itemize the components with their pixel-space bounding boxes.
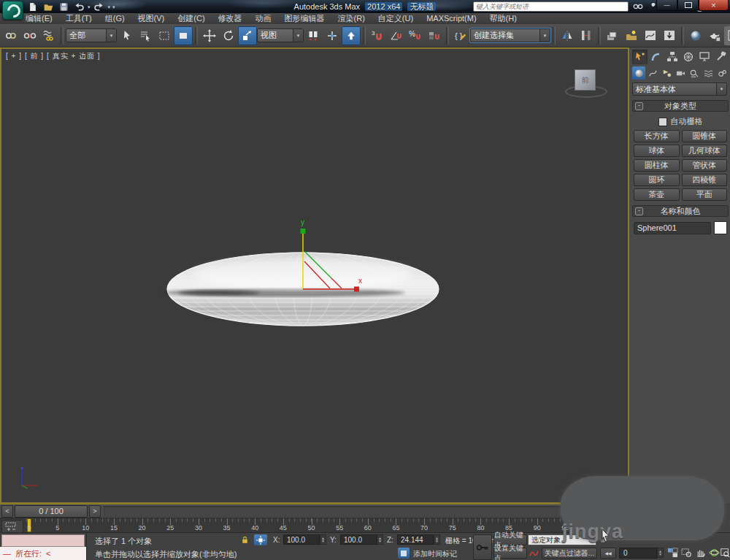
menu-create[interactable]: 创建(C) (171, 13, 211, 24)
x-spinner[interactable]: ▲▼ (320, 534, 326, 545)
tab-display[interactable] (696, 50, 712, 64)
rectangular-selection-region-button[interactable] (155, 26, 174, 45)
rollout-collapse-icon[interactable]: - (635, 102, 643, 110)
menu-graph-editors[interactable]: 图形编辑器 (278, 13, 331, 24)
z-spinner[interactable]: ▲▼ (434, 534, 440, 545)
search-input[interactable] (473, 1, 629, 12)
y-coord-field[interactable]: 100.0 (340, 534, 377, 545)
time-slider-track[interactable] (104, 506, 625, 517)
spinner-down-icon[interactable]: ▼ (378, 540, 382, 542)
select-and-rotate-button[interactable] (219, 26, 238, 45)
redo-dropdown-arrow[interactable]: ▾ (108, 4, 111, 9)
tab-motion[interactable] (680, 50, 696, 64)
time-slider-handle[interactable]: 0 / 100 (15, 505, 88, 518)
menu-maxscript[interactable]: MAXScript(M) (420, 13, 483, 24)
schematic-view-button[interactable] (660, 26, 679, 45)
reference-coordinate-dropdown[interactable]: 视图 ▾ (257, 28, 304, 42)
select-and-scale-button[interactable] (238, 26, 257, 45)
open-file-button[interactable] (42, 1, 55, 12)
add-time-tag-text[interactable]: 添加时间标记 (413, 549, 457, 559)
open-mini-curve-editor-button[interactable] (1, 520, 23, 533)
primitive-category-dropdown[interactable]: 标准基本体 ▾ (632, 83, 727, 96)
rollout-name-color[interactable]: - 名称和颜色 (632, 205, 729, 217)
frame-spinner[interactable]: ▲▼ (657, 548, 664, 558)
select-by-name-button[interactable] (136, 26, 155, 45)
button-cylinder[interactable]: 圆柱体 (634, 159, 680, 172)
zoom-region-button[interactable] (680, 547, 693, 559)
viewcube[interactable]: 前 (562, 66, 609, 99)
render-setup-button[interactable] (705, 26, 724, 45)
zoom-extents-all-button[interactable] (666, 547, 679, 559)
rollout-object-type[interactable]: - 对象类型 (632, 100, 729, 112)
menu-edit[interactable]: 编辑(E) (19, 13, 59, 24)
qat-customize-arrow[interactable]: ▾ (112, 4, 115, 9)
close-button[interactable]: × (699, 0, 729, 11)
menu-views[interactable]: 视图(V) (131, 13, 172, 24)
edit-named-selection-sets-button[interactable]: { } (451, 26, 470, 45)
current-frame-field[interactable]: 0 (619, 548, 657, 559)
tab-utilities[interactable] (712, 50, 728, 64)
listener-macro-line[interactable] (1, 534, 85, 547)
manage-layers-button[interactable] (603, 26, 622, 45)
selection-filter-dropdown[interactable]: 全部 ▾ (66, 28, 117, 42)
z-coord-field[interactable]: 24.144 (397, 534, 434, 545)
rollout-collapse-icon[interactable]: - (635, 207, 643, 215)
y-spinner[interactable]: ▲▼ (377, 534, 383, 545)
angle-snap-toggle-button[interactable] (387, 26, 406, 45)
autogrid-checkbox[interactable] (658, 118, 667, 126)
sphere-object[interactable]: y x (155, 207, 450, 371)
menu-animation[interactable]: 动画 (249, 13, 278, 24)
search-button[interactable] (632, 1, 644, 12)
menu-modifiers[interactable]: 修改器 (212, 13, 249, 24)
viewport-front[interactable]: [ + ][ 前 ][ 真实 + 边面 ] 前 (0, 47, 629, 504)
menu-group[interactable]: 组(G) (99, 13, 131, 24)
button-pyramid[interactable]: 四棱锥 (682, 174, 728, 186)
listener-script-line[interactable]: — 所在行: < (0, 547, 86, 560)
curve-editor-button[interactable] (641, 26, 660, 45)
gizmo-y-handle[interactable] (301, 229, 306, 234)
go-to-start-button[interactable]: ◀◀ (600, 548, 616, 559)
named-selection-set-dropdown[interactable]: 创建选择集 ▾ (470, 28, 550, 42)
new-file-button[interactable] (26, 1, 39, 12)
graphite-modeling-toggle[interactable] (622, 26, 641, 45)
subcat-geometry[interactable] (632, 66, 645, 80)
undo-button[interactable] (72, 1, 85, 12)
button-tube[interactable]: 管状体 (682, 159, 728, 172)
menu-help[interactable]: 帮助(H) (483, 13, 523, 24)
keyboard-shortcut-override-toggle[interactable] (342, 26, 361, 45)
selection-lock-toggle[interactable] (238, 534, 251, 545)
object-color-swatch[interactable] (714, 221, 727, 234)
percent-snap-toggle-button[interactable]: % (406, 26, 425, 45)
use-pivot-point-center-button[interactable] (304, 26, 323, 45)
button-box[interactable]: 长方体 (634, 130, 680, 142)
x-coord-field[interactable]: 100.0 (283, 534, 320, 545)
set-key-button[interactable]: 设置关键点 (493, 548, 527, 559)
select-and-move-button[interactable] (200, 26, 219, 45)
snaps-toggle-3d-button[interactable]: 3 (368, 26, 387, 45)
window-crossing-toggle[interactable] (174, 26, 193, 45)
tab-modify[interactable] (648, 50, 664, 64)
subcat-systems[interactable] (715, 66, 729, 80)
unlink-selection-button[interactable] (20, 26, 39, 45)
button-geosphere[interactable]: 几何球体 (682, 145, 728, 157)
viewport-menu-pov[interactable]: [ 前 ] (25, 52, 44, 60)
rendered-frame-window-button[interactable] (724, 26, 730, 45)
object-name-input[interactable]: Sphere001 (634, 222, 711, 234)
button-cone[interactable]: 圆锥体 (682, 130, 728, 142)
subcat-helpers[interactable] (688, 66, 701, 80)
viewport-menu-shading[interactable]: [ 真实 + 边面 ] (47, 52, 101, 60)
previous-frame-button[interactable]: < (1, 505, 13, 518)
spinner-snap-toggle-button[interactable] (425, 26, 444, 45)
mirror-button[interactable] (558, 26, 577, 45)
save-file-button[interactable] (57, 1, 70, 12)
subcat-lights[interactable] (660, 66, 673, 80)
button-plane[interactable]: 平面 (682, 188, 728, 201)
select-object-button[interactable] (117, 26, 136, 45)
spinner-down-icon[interactable]: ▼ (435, 540, 439, 542)
listener-scroll-arrow[interactable]: < (46, 549, 50, 558)
menu-customize[interactable]: 自定义(U) (372, 13, 420, 24)
button-torus[interactable]: 圆环 (634, 174, 680, 186)
absolute-mode-toggle[interactable] (254, 534, 267, 545)
key-filters-button[interactable]: 关键点过滤器... (542, 548, 597, 559)
menu-tools[interactable]: 工具(T) (59, 13, 99, 24)
